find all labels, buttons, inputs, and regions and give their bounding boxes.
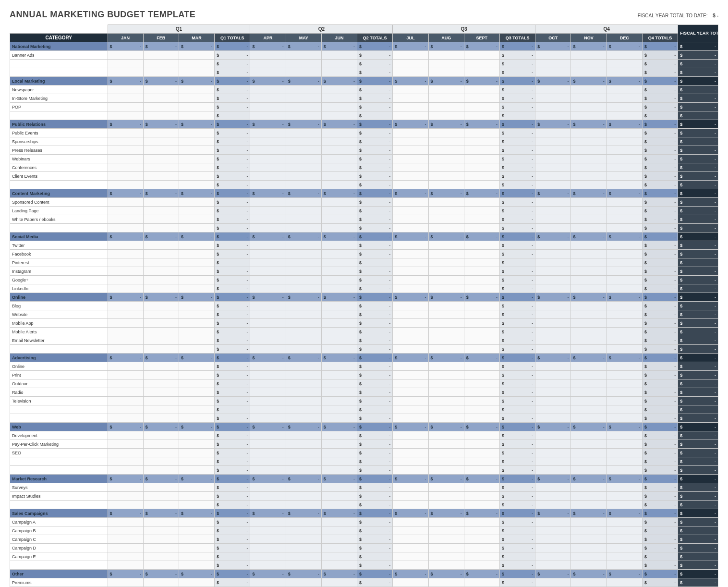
qtotal-cell[interactable]: $- (357, 250, 393, 258)
month-cell[interactable] (108, 284, 143, 293)
month-cell[interactable] (393, 86, 428, 94)
month-cell[interactable] (108, 449, 143, 457)
qtotal-cell[interactable]: $- (642, 328, 678, 336)
month-cell[interactable] (428, 578, 464, 587)
section-qtotal-cell[interactable]: $- (357, 509, 393, 518)
month-cell[interactable] (535, 111, 571, 120)
section-month-cell[interactable]: $- (428, 120, 464, 129)
fy-cell[interactable]: $- (678, 111, 718, 120)
month-cell[interactable] (179, 68, 214, 77)
month-cell[interactable] (108, 86, 143, 94)
qtotal-cell[interactable]: $- (357, 207, 393, 215)
qtotal-cell[interactable]: $- (499, 284, 535, 293)
section-month-cell[interactable]: $- (607, 189, 642, 198)
month-cell[interactable] (535, 172, 571, 181)
qtotal-cell[interactable]: $- (357, 155, 393, 163)
month-cell[interactable] (286, 336, 321, 345)
month-cell[interactable] (321, 224, 357, 232)
month-cell[interactable] (535, 302, 571, 310)
month-cell[interactable] (321, 388, 357, 397)
fy-cell[interactable]: $- (678, 258, 718, 267)
month-cell[interactable] (393, 483, 428, 492)
qtotal-cell[interactable]: $- (499, 181, 535, 189)
qtotal-cell[interactable]: $- (357, 362, 393, 371)
section-qtotal-cell[interactable]: $- (499, 77, 535, 86)
fy-cell[interactable]: $- (678, 544, 718, 552)
section-qtotal-cell[interactable]: $- (215, 120, 250, 129)
qtotal-cell[interactable]: $- (642, 526, 678, 535)
section-fy-cell[interactable]: $- (678, 42, 718, 51)
qtotal-cell[interactable]: $- (357, 276, 393, 284)
month-cell[interactable] (321, 310, 357, 319)
month-cell[interactable] (464, 302, 499, 310)
month-cell[interactable] (571, 578, 607, 587)
section-month-cell[interactable]: $- (286, 475, 321, 483)
month-cell[interactable] (607, 552, 642, 561)
month-cell[interactable] (571, 561, 607, 570)
section-month-cell[interactable]: $- (571, 232, 607, 241)
qtotal-cell[interactable]: $- (357, 535, 393, 544)
section-month-cell[interactable]: $- (321, 42, 357, 51)
qtotal-cell[interactable]: $- (215, 336, 250, 345)
qtotal-cell[interactable]: $- (499, 129, 535, 137)
month-cell[interactable] (464, 155, 499, 163)
month-cell[interactable] (108, 207, 143, 215)
month-cell[interactable] (535, 310, 571, 319)
month-cell[interactable] (428, 94, 464, 103)
qtotal-cell[interactable]: $- (215, 250, 250, 258)
qtotal-cell[interactable]: $- (499, 146, 535, 155)
month-cell[interactable] (571, 388, 607, 397)
month-cell[interactable] (250, 362, 286, 371)
month-cell[interactable] (286, 518, 321, 526)
fy-cell[interactable]: $- (678, 388, 718, 397)
section-fy-cell[interactable]: $- (678, 189, 718, 198)
section-qtotal-cell[interactable]: $- (499, 232, 535, 241)
month-cell[interactable] (393, 336, 428, 345)
month-cell[interactable] (321, 207, 357, 215)
month-cell[interactable] (428, 137, 464, 146)
month-cell[interactable] (321, 405, 357, 414)
qtotal-cell[interactable]: $- (499, 328, 535, 336)
month-cell[interactable] (250, 449, 286, 457)
month-cell[interactable] (464, 111, 499, 120)
month-cell[interactable] (464, 137, 499, 146)
qtotal-cell[interactable]: $- (215, 388, 250, 397)
month-cell[interactable] (321, 86, 357, 94)
month-cell[interactable] (143, 215, 179, 224)
month-cell[interactable] (286, 501, 321, 509)
month-cell[interactable] (250, 129, 286, 137)
section-month-cell[interactable]: $- (286, 509, 321, 518)
qtotal-cell[interactable]: $- (499, 258, 535, 267)
month-cell[interactable] (428, 345, 464, 354)
section-month-cell[interactable]: $- (607, 293, 642, 302)
month-cell[interactable] (250, 440, 286, 449)
month-cell[interactable] (143, 328, 179, 336)
section-month-cell[interactable]: $- (143, 423, 179, 431)
month-cell[interactable] (393, 552, 428, 561)
section-month-cell[interactable]: $- (393, 570, 428, 578)
month-cell[interactable] (321, 414, 357, 423)
qtotal-cell[interactable]: $- (215, 241, 250, 250)
month-cell[interactable] (428, 371, 464, 379)
fy-cell[interactable]: $- (678, 397, 718, 405)
month-cell[interactable] (286, 544, 321, 552)
qtotal-cell[interactable]: $- (215, 526, 250, 535)
month-cell[interactable] (607, 319, 642, 328)
month-cell[interactable] (393, 129, 428, 137)
month-cell[interactable] (535, 414, 571, 423)
month-cell[interactable] (143, 172, 179, 181)
section-qtotal-cell[interactable]: $- (215, 423, 250, 431)
qtotal-cell[interactable]: $- (499, 111, 535, 120)
month-cell[interactable] (428, 68, 464, 77)
section-month-cell[interactable]: $- (393, 509, 428, 518)
month-cell[interactable] (250, 241, 286, 250)
section-qtotal-cell[interactable]: $- (215, 509, 250, 518)
fy-cell[interactable]: $- (678, 310, 718, 319)
month-cell[interactable] (321, 552, 357, 561)
qtotal-cell[interactable]: $- (499, 215, 535, 224)
month-cell[interactable] (179, 51, 214, 60)
month-cell[interactable] (428, 362, 464, 371)
month-cell[interactable] (143, 561, 179, 570)
month-cell[interactable] (179, 137, 214, 146)
month-cell[interactable] (607, 155, 642, 163)
